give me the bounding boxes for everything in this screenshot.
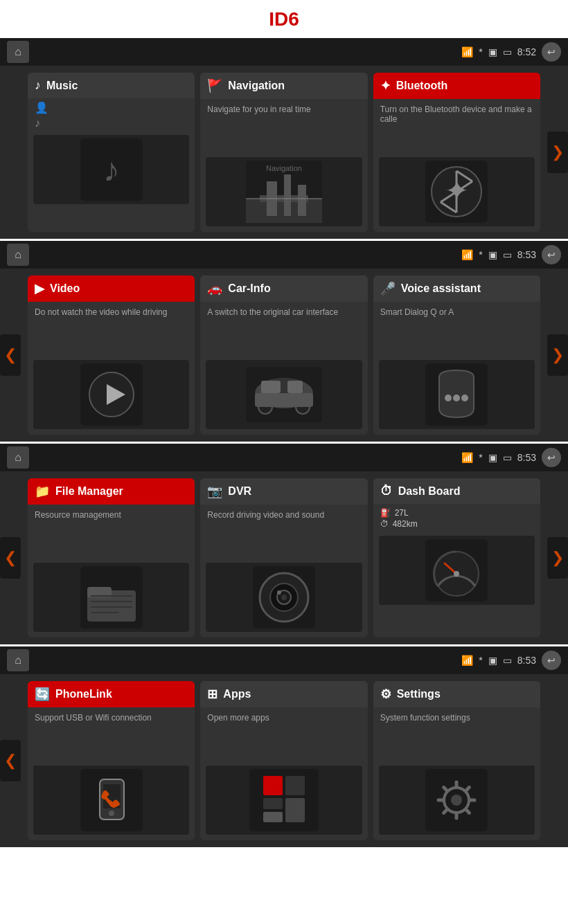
card-header-voice: 🎤 Voice assistant (373, 275, 540, 302)
home-button[interactable]: ⌂ (7, 446, 29, 469)
right-arrow[interactable]: ❯ (547, 537, 568, 579)
speed-icon: ⏱ (380, 519, 389, 529)
battery-icon: ▭ (503, 249, 512, 260)
screen-icon: ▣ (488, 249, 497, 260)
battery-icon: ▭ (503, 452, 512, 463)
status-left: ⌂ (7, 446, 29, 469)
card-icon-video: ▶ (35, 281, 44, 296)
screen-icon: ▣ (488, 452, 497, 463)
card-icon-apps: ⊞ (207, 687, 218, 702)
card-image-video (33, 360, 189, 429)
card-apps[interactable]: ⊞ Apps Open more apps (200, 681, 367, 840)
card-icon-settings: ⚙ (380, 687, 391, 702)
card-image-navigation: Navigation (206, 157, 362, 226)
profile-icon: 👤 (35, 101, 188, 114)
card-label-voice: Voice assistant (401, 282, 481, 295)
card-label-video: Video (50, 282, 80, 295)
wifi-icon: 📶 (461, 452, 473, 463)
svg-rect-57 (285, 798, 305, 822)
home-button[interactable]: ⌂ (7, 244, 29, 266)
svg-rect-58 (263, 798, 283, 809)
status-left: ⌂ (7, 649, 29, 671)
right-arrow[interactable]: ❯ (547, 132, 568, 173)
card-navigation[interactable]: 🚩 Navigation Navigate for you in real ti… (200, 73, 367, 232)
back-button[interactable]: ↩ (542, 42, 561, 62)
card-body-apps: Open more apps (200, 707, 367, 763)
svg-point-32 (461, 395, 468, 401)
section-section2: ⌂ 📶 *️ ▣ ▭ 8:53 ↩ ❮ ▶ Video Do not watch… (0, 241, 568, 444)
card-label-carinfo: Car-Info (228, 282, 270, 295)
left-arrow[interactable]: ❮ (0, 537, 21, 579)
card-image-settings (379, 766, 535, 835)
card-icon-carinfo: 🚗 (207, 281, 222, 296)
wifi-icon: 📶 (461, 249, 473, 260)
svg-point-31 (453, 395, 460, 401)
card-label-bluetooth: Bluetooth (396, 80, 448, 92)
svg-rect-28 (287, 381, 303, 393)
wifi-icon: 📶 (461, 46, 473, 57)
card-dvr[interactable]: 📷 DVR Record driving video and sound (200, 478, 367, 637)
back-button[interactable]: ↩ (542, 245, 561, 264)
battery-icon: ▭ (503, 655, 512, 666)
card-dashboard[interactable]: ⏱ Dash Board ⛽ 27L ⏱ 482km (373, 478, 540, 637)
music-sub-icons: 👤 ♪ (28, 98, 195, 132)
section-section4: ⌂ 📶 *️ ▣ ▭ 8:53 ↩ ❮ 🔄 PhoneLink Support … (0, 646, 568, 849)
card-label-filemanager: File Manager (55, 485, 123, 498)
svg-line-66 (444, 810, 447, 813)
card-voice[interactable]: 🎤 Voice assistant Smart Dialog Q or A (373, 275, 540, 435)
card-header-dvr: 📷 DVR (200, 478, 367, 505)
status-left: ⌂ (7, 41, 29, 63)
svg-point-53 (109, 810, 114, 816)
right-arrow[interactable]: ❯ (547, 334, 568, 376)
wifi-icon: 📶 (461, 655, 473, 666)
back-button[interactable]: ↩ (542, 448, 561, 467)
svg-line-70 (466, 788, 469, 790)
back-button[interactable]: ↩ (542, 651, 561, 670)
home-button[interactable]: ⌂ (7, 41, 29, 63)
card-bluetooth[interactable]: ✦ Bluetooth Turn on the Bluetooth device… (373, 73, 540, 232)
section-section3: ⌂ 📶 *️ ▣ ▭ 8:53 ↩ ❮ 📁 File Manager Resou… (0, 444, 568, 646)
card-body-carinfo: A switch to the original car interface (200, 302, 367, 357)
card-filemanager[interactable]: 📁 File Manager Resource management (28, 478, 195, 637)
card-header-dashboard: ⏱ Dash Board (373, 478, 540, 504)
card-phonelink[interactable]: 🔄 PhoneLink Support USB or Wifi connecti… (28, 681, 195, 840)
svg-point-45 (277, 590, 281, 595)
card-icon-phonelink: 🔄 (35, 687, 50, 702)
card-label-apps: Apps (223, 688, 251, 700)
svg-rect-6 (284, 174, 291, 216)
svg-rect-38 (91, 606, 132, 608)
card-image-carinfo (206, 360, 362, 429)
svg-rect-55 (263, 776, 283, 795)
card-body-voice: Smart Dialog Q or A (373, 302, 540, 357)
card-header-filemanager: 📁 File Manager (28, 478, 195, 505)
card-body-settings: System function settings (373, 707, 540, 763)
card-image-apps (206, 766, 362, 835)
card-icon-dvr: 📷 (207, 484, 222, 499)
status-left: ⌂ (7, 244, 29, 266)
card-video[interactable]: ▶ Video Do not watch the video while dri… (28, 275, 195, 435)
svg-rect-27 (261, 381, 281, 393)
title-bar: ID6 (0, 0, 568, 38)
card-label-settings: Settings (397, 688, 441, 700)
battery-icon: ▭ (503, 46, 512, 57)
home-button[interactable]: ⌂ (7, 649, 29, 671)
card-music[interactable]: ♪ Music 👤 ♪ ♪ (28, 73, 195, 232)
card-label-phonelink: PhoneLink (55, 688, 112, 700)
status-right: 📶 *️ ▣ ▭ 8:53 ↩ (461, 245, 561, 264)
bluetooth-icon: *️ (479, 46, 482, 57)
card-image-filemanager (33, 563, 189, 632)
screen-icon: ▣ (488, 655, 497, 666)
left-arrow[interactable]: ❮ (0, 740, 21, 781)
bluetooth-icon: *️ (479, 452, 482, 463)
card-image-dashboard (379, 536, 535, 605)
left-arrow[interactable]: ❮ (0, 334, 21, 376)
card-image-voice (379, 360, 535, 429)
card-settings[interactable]: ⚙ Settings System function settings (373, 681, 540, 840)
svg-line-68 (444, 788, 447, 790)
svg-text:Navigation: Navigation (266, 164, 302, 172)
svg-point-62 (451, 795, 462, 806)
svg-line-64 (466, 810, 469, 813)
card-carinfo[interactable]: 🚗 Car-Info A switch to the original car … (200, 275, 367, 435)
card-body-navigation: Navigate for you in real time (200, 99, 367, 154)
cards-grid: ❮ 🔄 PhoneLink Support USB or Wifi connec… (0, 674, 568, 847)
